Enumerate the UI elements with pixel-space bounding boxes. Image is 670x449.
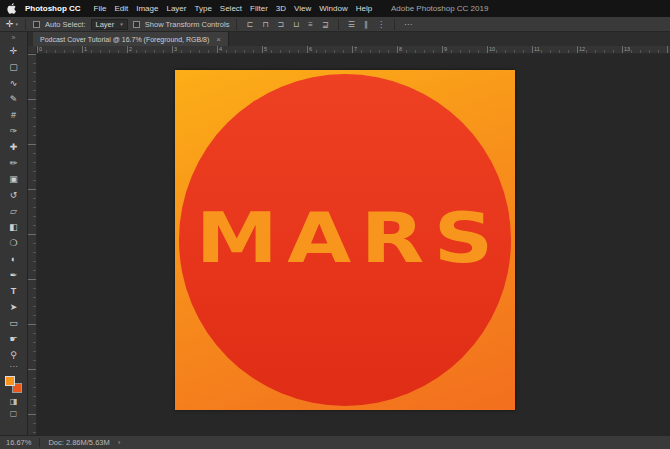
menu-item-3d[interactable]: 3D (272, 4, 290, 13)
ruler-number: 5 (264, 46, 267, 52)
type-tool[interactable]: T (3, 283, 25, 299)
divider (39, 438, 40, 447)
ruler-number: 13 (624, 46, 630, 52)
zoom-level-field[interactable]: 16.67% (6, 438, 31, 447)
zoom-tool[interactable]: ⚲ (3, 347, 25, 363)
ruler-number: 9 (444, 46, 447, 52)
divider (338, 19, 339, 30)
move-tool[interactable]: ✛ (3, 43, 25, 59)
app-menu-photoshop[interactable]: Photoshop CC (25, 4, 81, 13)
menu-item-file[interactable]: File (90, 4, 111, 13)
auto-select-checkbox[interactable] (33, 21, 40, 28)
chevron-down-icon: ▾ (120, 21, 123, 27)
ruler-number: 8 (399, 46, 402, 52)
menu-item-view[interactable]: View (290, 4, 315, 13)
menu-item-window[interactable]: Window (315, 4, 351, 13)
photoshop-window: Photoshop CC File Edit Image Layer Type … (0, 0, 670, 449)
show-transform-controls-label: Show Transform Controls (145, 20, 230, 29)
screen-mode-icon[interactable]: ▢ (3, 407, 25, 419)
align-right-edges-icon[interactable]: ⊐ (275, 20, 286, 29)
document-tab[interactable]: Podcast Cover Tutorial @ 16.7% (Foregrou… (33, 32, 229, 46)
menu-bar: Photoshop CC File Edit Image Layer Type … (0, 0, 670, 17)
history-brush-tool[interactable]: ↺ (3, 187, 25, 203)
gradient-tool[interactable]: ◧ (3, 219, 25, 235)
menu-item-type[interactable]: Type (190, 4, 215, 13)
move-tool-icon: ✛ (6, 19, 14, 29)
ruler-number: 3 (174, 46, 177, 52)
ruler-number: 10 (489, 46, 495, 52)
menu-item-filter[interactable]: Filter (246, 4, 272, 13)
divider (236, 19, 237, 30)
hand-tool[interactable]: ☛ (3, 331, 25, 347)
document-tab-title: Podcast Cover Tutorial @ 16.7% (Foregrou… (40, 36, 209, 43)
active-tool-preset[interactable]: ✛ ▾ (6, 19, 18, 29)
ruler-number: 1 (84, 46, 87, 52)
rectangular-marquee-tool[interactable]: ▢ (3, 59, 25, 75)
eraser-tool[interactable]: ▱ (3, 203, 25, 219)
apple-icon[interactable] (7, 3, 16, 14)
window-title: Adobe Photoshop CC 2019 (391, 0, 488, 17)
options-bar: ✛ ▾ Auto Select: Layer ▾ Show Transform … (0, 17, 670, 32)
menu-item-select[interactable]: Select (216, 4, 246, 13)
artwork-square: MARS (175, 70, 515, 410)
auto-select-value: Layer (96, 20, 115, 29)
align-horizontal-centers-icon[interactable]: ⊓ (260, 20, 270, 29)
menu-item-help[interactable]: Help (352, 4, 376, 13)
eyedropper-tool[interactable]: ✑ (3, 123, 25, 139)
auto-select-label: Auto Select: (45, 20, 85, 29)
menu-item-edit[interactable]: Edit (110, 4, 132, 13)
ruler-corner (28, 46, 37, 54)
align-left-edges-icon[interactable]: ⊏ (244, 20, 255, 29)
clone-stamp-tool[interactable]: ▣ (3, 171, 25, 187)
ruler-number: 6 (309, 46, 312, 52)
status-menu-arrow-icon[interactable]: › (118, 438, 121, 447)
pen-tool[interactable]: ✒ (3, 267, 25, 283)
ruler-number: 2 (129, 46, 132, 52)
crop-tool[interactable]: # (3, 107, 25, 123)
document-size-info: Doc: 2.86M/5.63M (48, 438, 109, 447)
spot-healing-brush-tool[interactable]: ✚ (3, 139, 25, 155)
document-tab-bar: Podcast Cover Tutorial @ 16.7% (Foregrou… (28, 32, 670, 46)
ruler-number: 11 (534, 46, 540, 52)
color-swatches (4, 376, 24, 395)
brush-tool[interactable]: ✏ (3, 155, 25, 171)
rectangle-tool[interactable]: ▭ (3, 315, 25, 331)
menu-item-image[interactable]: Image (132, 4, 162, 13)
collapse-panel-icon[interactable]: » (12, 32, 16, 43)
show-transform-controls-checkbox[interactable] (133, 21, 140, 28)
divider (394, 19, 395, 30)
path-selection-tool[interactable]: ➤ (3, 299, 25, 315)
distribute-horizontal-icon[interactable]: ∥ (362, 20, 370, 29)
quick-mask-icon[interactable]: ◨ (3, 395, 25, 407)
blur-tool[interactable]: ❍ (3, 235, 25, 251)
foreground-color-swatch[interactable] (5, 376, 15, 386)
lasso-tool[interactable]: ∿ (3, 75, 25, 91)
align-top-edges-icon[interactable]: ⊔ (291, 20, 301, 29)
distribute-spacing-icon[interactable]: ⋮ (375, 20, 387, 29)
ruler-number: 0 (39, 46, 42, 52)
align-bottom-edges-icon[interactable]: ⊒ (320, 20, 331, 29)
distribute-vertical-icon[interactable]: ☰ (346, 20, 357, 29)
divider (25, 19, 26, 30)
canvas-area[interactable]: MARS (37, 54, 670, 435)
tools-panel: » ✛ ▢ ∿ ✎ # ✑ ✚ ✏ ▣ ↺ ▱ ◧ ❍ ◐ ✒ T ➤ ▭ ☛ … (0, 32, 28, 435)
vertical-ruler[interactable] (28, 54, 37, 435)
auto-select-layer-dropdown[interactable]: Layer ▾ (91, 19, 128, 30)
mars-text: MARS (144, 197, 545, 279)
align-vertical-centers-icon[interactable]: ≡ (306, 20, 315, 29)
close-icon[interactable]: × (216, 35, 221, 44)
quick-selection-tool[interactable]: ✎ (3, 91, 25, 107)
status-bar: 16.67% Doc: 2.86M/5.63M › (0, 435, 670, 449)
ruler-number: 4 (219, 46, 222, 52)
edit-toolbar-icon[interactable]: ⋯ (10, 363, 18, 373)
ruler-number: 12 (579, 46, 585, 52)
chevron-down-icon: ▾ (16, 21, 19, 27)
ruler-number: 7 (354, 46, 357, 52)
menu-item-layer[interactable]: Layer (162, 4, 190, 13)
dodge-tool[interactable]: ◐ (3, 251, 25, 267)
horizontal-ruler[interactable]: 0 1 2 3 4 5 6 7 8 9 10 11 12 13 (37, 46, 670, 54)
more-options-icon[interactable]: ⋯ (402, 20, 414, 29)
